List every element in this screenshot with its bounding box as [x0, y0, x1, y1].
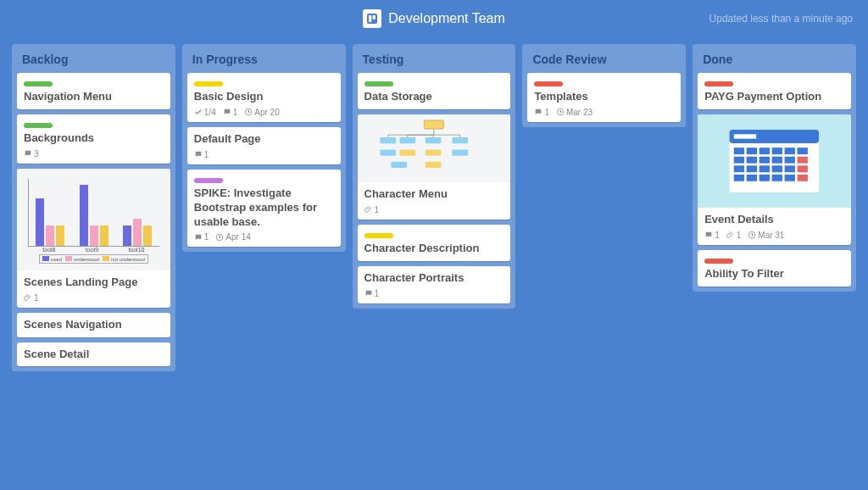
list-code-review[interactable]: Code Review Templates 1 Mar 23 [522, 44, 686, 127]
attachment-icon [364, 205, 373, 214]
card-title: Scenes Landing Page [24, 276, 164, 290]
svg-rect-21 [747, 148, 757, 154]
clock-icon [215, 233, 224, 242]
svg-rect-20 [734, 148, 744, 154]
chart-x-label: tool9 [86, 247, 98, 253]
card-templates[interactable]: Templates 1 Mar 23 [527, 73, 681, 122]
board-title[interactable]: Development Team [388, 11, 505, 26]
comments-count: 3 [34, 149, 39, 159]
svg-rect-19 [734, 134, 756, 138]
list-title[interactable]: In Progress [187, 49, 341, 68]
svg-rect-11 [400, 149, 416, 155]
card-character-portraits[interactable]: Character Portraits 1 [358, 266, 511, 303]
due-badge: Mar 23 [556, 108, 593, 117]
attachment-icon [726, 231, 735, 239]
card-data-storage[interactable]: Data Storage [358, 73, 511, 109]
svg-rect-8 [426, 137, 442, 143]
comment-icon [704, 231, 713, 239]
svg-rect-10 [381, 149, 397, 155]
card-cover-chart: tool8 tool9 tool10 used understood not u… [17, 169, 170, 270]
card-badges: 3 [24, 149, 164, 159]
card-backgrounds[interactable]: Backgrounds 3 [17, 114, 170, 164]
card-title: Default Page [194, 132, 334, 147]
list-title[interactable]: Code Review [527, 49, 681, 68]
comments-count: 1 [715, 231, 720, 240]
list-in-progress[interactable]: In Progress Basic Design 1/4 1 Apr 20 [182, 44, 346, 252]
due-date: Mar 31 [758, 231, 784, 240]
card-navigation-menu[interactable]: Navigation Menu [17, 73, 170, 109]
clock-icon [556, 108, 565, 116]
card-badges: 1 [24, 293, 164, 303]
checklist-badge: 1/4 [194, 108, 216, 117]
card-scenes-landing-page[interactable]: tool8 tool9 tool10 used understood not u… [17, 169, 170, 308]
svg-rect-28 [760, 157, 770, 164]
card-title: Scenes Navigation [24, 318, 164, 332]
legend-entry: not understood [111, 257, 145, 262]
list-title[interactable]: Testing [358, 49, 511, 68]
list-title[interactable]: Done [698, 49, 851, 68]
board: Backlog Navigation Menu Backgrounds 3 [0, 37, 868, 490]
comment-icon [194, 150, 203, 159]
comments-count: 1 [204, 150, 209, 159]
due-date: Mar 23 [566, 108, 593, 117]
card-label [24, 123, 53, 128]
svg-rect-29 [772, 157, 782, 164]
card-cover-flowchart [358, 114, 511, 182]
card-payg-payment-option[interactable]: PAYG Payment Option [698, 73, 851, 109]
comment-icon [194, 233, 203, 242]
flowchart-icon [360, 118, 508, 179]
card-badges: 1 [364, 205, 504, 214]
attachments-badge: 1 [364, 205, 380, 214]
svg-rect-30 [785, 157, 795, 164]
card-label [704, 259, 733, 264]
svg-rect-0 [367, 14, 377, 24]
card-badges: 1 [364, 289, 504, 298]
clock-icon [244, 108, 253, 116]
list-title[interactable]: Backlog [17, 49, 170, 68]
card-character-description[interactable]: Character Description [358, 225, 511, 261]
svg-rect-34 [772, 165, 782, 172]
comments-badge: 1 [534, 108, 549, 117]
card-character-menu[interactable]: Character Menu 1 [358, 114, 511, 220]
card-default-page[interactable]: Default Page 1 [187, 127, 341, 164]
comment-icon [223, 108, 231, 116]
legend-entry: used [51, 257, 62, 262]
svg-rect-6 [381, 137, 397, 143]
card-ability-to-filter[interactable]: Ability To Filter [698, 250, 851, 287]
card-scenes-navigation[interactable]: Scenes Navigation [17, 313, 170, 337]
card-badges: 1 [194, 150, 334, 159]
list-backlog[interactable]: Backlog Navigation Menu Backgrounds 3 [12, 44, 175, 371]
comment-icon [534, 108, 542, 116]
card-badges: 1 1 Mar 31 [704, 231, 844, 240]
checklist-icon [194, 108, 203, 116]
comments-count: 1 [544, 108, 549, 117]
svg-rect-36 [734, 175, 744, 181]
svg-rect-24 [785, 148, 795, 154]
card-title: Scene Detail [24, 348, 164, 362]
svg-rect-32 [747, 165, 757, 172]
list-testing[interactable]: Testing Data Storage Character Menu [353, 44, 516, 309]
card-title: Ability To Filter [704, 267, 844, 281]
svg-rect-27 [747, 157, 757, 164]
due-date: Apr 20 [254, 108, 279, 117]
card-event-details[interactable]: Event Details 1 1 Mar 31 [698, 114, 851, 245]
attachments-badge: 1 [24, 293, 39, 303]
chart-area [28, 179, 160, 247]
chart-legend: used understood not understood [39, 254, 148, 264]
card-scene-detail[interactable]: Scene Detail [17, 342, 170, 367]
card-spike-bootstrap[interactable]: SPIKE: Investigate Bootstrap examples fo… [187, 170, 341, 248]
svg-rect-13 [453, 149, 469, 155]
card-title: Templates [534, 90, 674, 104]
svg-rect-7 [400, 137, 416, 143]
attachments-count: 1 [737, 231, 742, 240]
card-title: Backgrounds [24, 131, 164, 146]
comments-badge: 1 [364, 289, 380, 298]
comments-badge: 1 [194, 232, 209, 242]
card-badges: 1 Apr 14 [194, 232, 334, 242]
list-done[interactable]: Done PAYG Payment Option [693, 44, 856, 292]
card-basic-design[interactable]: Basic Design 1/4 1 Apr 20 [187, 73, 341, 122]
comment-icon [364, 289, 373, 298]
calendar-icon [721, 124, 828, 198]
comments-badge: 1 [704, 231, 720, 240]
svg-rect-15 [426, 162, 442, 168]
